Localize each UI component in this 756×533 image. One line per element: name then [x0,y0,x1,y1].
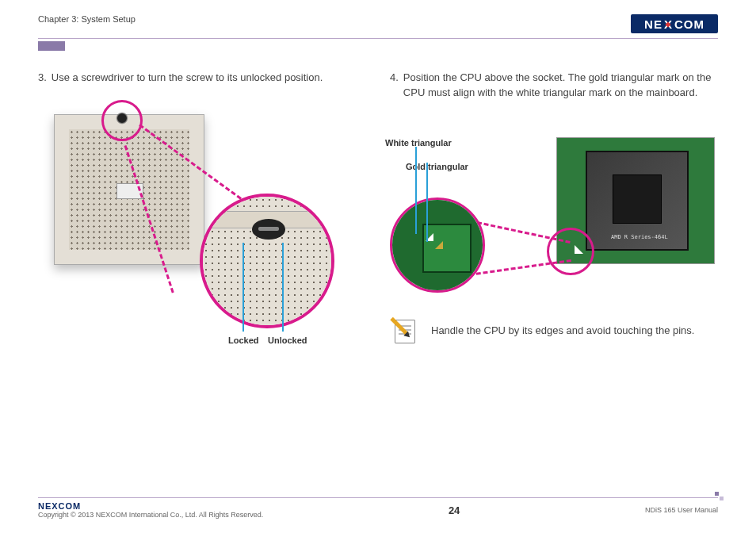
copyright-text: Copyright © 2013 NEXCOM International Co… [38,511,263,519]
label-unlocked: Unlocked [268,335,307,347]
step-text: Position the CPU above the socket. The g… [403,71,718,101]
socket-corner [422,224,472,273]
label-white-triangular: White triangular [385,137,468,150]
step-text: Use a screwdriver to turn the screw to i… [52,71,323,86]
callout-circle-zoom [200,194,334,328]
nexcom-logo: NEXCOM [631,14,718,33]
screw-zoom-icon [252,219,285,240]
step-number: 3. [38,71,47,86]
note: Handle the CPU by its edges and avoid to… [390,318,718,345]
gold-triangle-icon [435,241,443,249]
logo-post: COM [674,17,704,31]
callout-circle-small [101,100,143,141]
section-tab [38,41,65,51]
footer-decoration-icon [715,492,723,500]
cpu-die [613,174,662,224]
page-number: 24 [449,504,460,516]
step-4: 4. Position the CPU above the socket. Th… [390,71,718,101]
right-column: 4. Position the CPU above the socket. Th… [390,71,718,362]
indicator-line [282,243,284,332]
indicator-line [242,243,244,332]
callout-circle-small [547,228,594,275]
chapter-title: Chapter 3: System Setup [38,14,136,24]
step-3: 3. Use a screwdriver to turn the screw t… [38,71,366,86]
callout-circle-board [390,197,485,293]
cpu-marking: AMD R Series-464L [611,233,668,241]
label-locked: Locked [228,335,259,347]
left-column: 3. Use a screwdriver to turn the screw t… [38,71,366,362]
figure-socket-screw: Locked Unlocked [38,100,366,362]
document-name: NDiS 165 User Manual [645,506,718,514]
page-footer: NEXCOM Copyright © 2013 NEXCOM Internati… [38,497,718,519]
indicator-line [415,147,417,234]
content-area: 3. Use a screwdriver to turn the screw t… [38,39,718,362]
figure-cpu-align: White triangular Gold triangular AMD R S… [390,115,718,305]
footer-logo: NEXCOM [38,501,263,511]
note-icon [390,318,417,345]
logo-x: X [662,17,674,31]
note-text: Handle the CPU by its edges and avoid to… [431,324,694,339]
logo-pre: NE [644,17,662,31]
page-header: Chapter 3: System Setup NEXCOM [38,14,718,39]
indicator-line [426,163,428,242]
step-number: 4. [390,71,399,101]
